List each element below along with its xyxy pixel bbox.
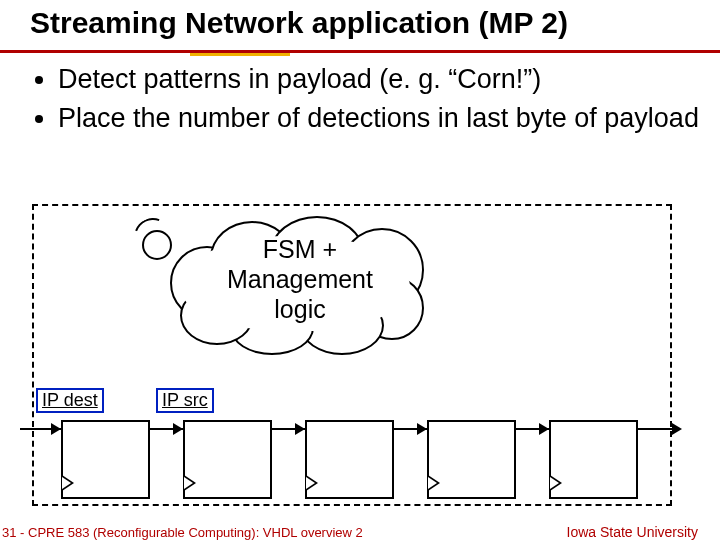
label-ip-dest: IP dest [36, 388, 104, 413]
arrow-out [672, 423, 682, 435]
arrow-in [51, 423, 61, 435]
register-1 [61, 420, 150, 499]
label-ip-src: IP src [156, 388, 214, 413]
register-3 [305, 420, 394, 499]
arrow-4-5 [539, 423, 549, 435]
cloud-line2: Management [160, 264, 440, 294]
cloud-text: FSM + Management logic [160, 234, 440, 324]
bullet-list: Detect patterns in payload (e. g. “Corn!… [30, 62, 700, 140]
wire-out [636, 428, 676, 430]
bullet-2: Place the number of detections in last b… [58, 101, 700, 136]
footer-right: Iowa State University [565, 524, 701, 540]
divider-red [0, 50, 720, 53]
register-5 [549, 420, 638, 499]
register-4 [427, 420, 516, 499]
cloud-line1: FSM + [160, 234, 440, 264]
register-2 [183, 420, 272, 499]
slide-title: Streaming Network application (MP 2) [30, 6, 710, 40]
footer-left: 31 - CPRE 583 (Reconfigurable Computing)… [0, 525, 365, 540]
slide: Streaming Network application (MP 2) Det… [0, 0, 720, 540]
arrow-1-2 [173, 423, 183, 435]
divider-yellow [190, 53, 290, 56]
cloud-fsm: FSM + Management logic [160, 216, 440, 356]
bullet-1: Detect patterns in payload (e. g. “Corn!… [58, 62, 700, 97]
cloud-line3: logic [160, 294, 440, 324]
arrow-2-3 [295, 423, 305, 435]
arrow-3-4 [417, 423, 427, 435]
